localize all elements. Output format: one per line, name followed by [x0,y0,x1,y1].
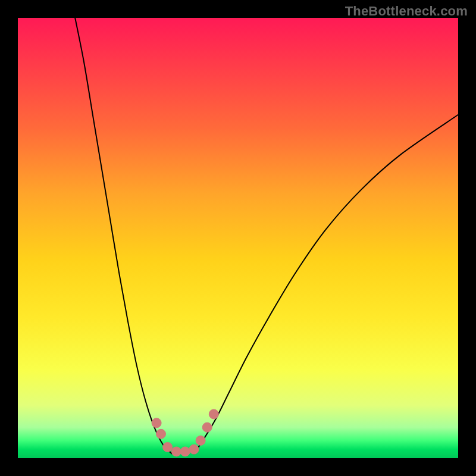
chart-container: TheBottleneck.com [0,0,476,476]
data-marker [180,447,190,456]
data-marker [209,409,218,419]
curve-right [194,115,458,454]
marker-group [152,409,218,456]
curve-left [75,18,172,454]
data-marker [163,443,173,452]
data-marker [171,447,181,456]
data-marker [156,429,166,439]
chart-svg [18,18,458,458]
watermark-text: TheBottleneck.com [345,4,468,19]
data-marker [202,422,212,432]
data-marker [196,436,205,445]
data-marker [189,444,199,454]
data-marker [152,418,161,428]
